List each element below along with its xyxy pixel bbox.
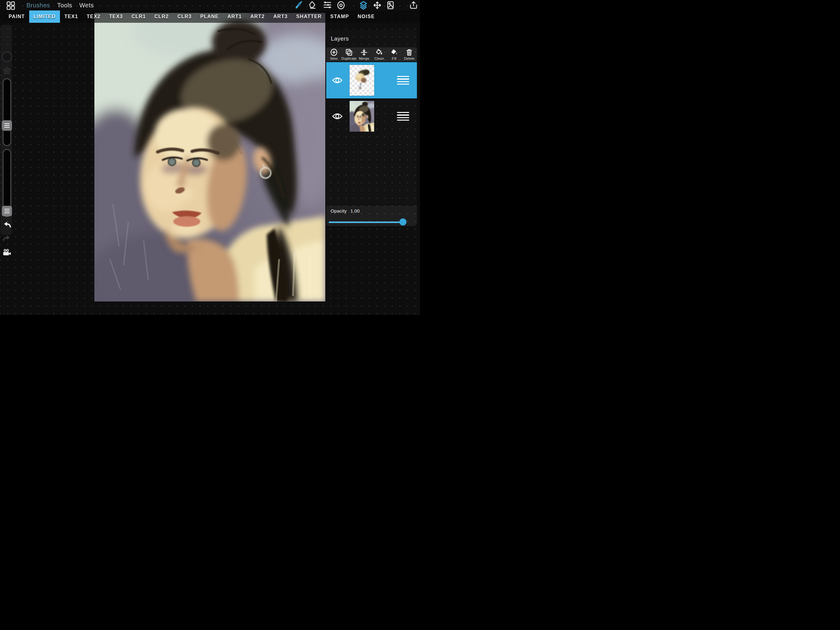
brush-size-slider[interactable] — [3, 78, 11, 146]
brush-opacity-slider-handle[interactable] — [2, 206, 12, 216]
layer-opacity-section: Opacity 1.00 — [326, 205, 417, 226]
sliders-icon[interactable] — [323, 1, 332, 9]
left-tool-rail — [1, 25, 12, 235]
redo-icon[interactable] — [3, 235, 11, 243]
clean-layer-button[interactable]: Clean — [372, 49, 387, 60]
tab-paint[interactable]: PAINT — [4, 11, 29, 23]
top-toolbar: Brushes Tools Wets — [0, 0, 420, 11]
tab-art3[interactable]: ART3 — [269, 11, 292, 23]
tab-tex1[interactable]: TEX1 — [60, 11, 82, 23]
layer-drag-handle[interactable] — [397, 76, 409, 85]
layer-row-top[interactable] — [326, 62, 417, 98]
tab-stamp[interactable]: STAMP — [326, 11, 353, 23]
layers-icon[interactable] — [359, 1, 368, 9]
delete-layer-button[interactable]: Delete — [402, 49, 417, 60]
tab-plane[interactable]: PLANE — [196, 11, 223, 23]
clean-layer-label: Clean — [374, 57, 384, 60]
fill-layer-label: Fill — [392, 57, 396, 60]
mode-menu: Brushes Tools Wets — [27, 0, 94, 11]
color-wheel-flower-icon[interactable] — [2, 66, 12, 76]
brush-category-tabs: PAINT LIMITED TEX1 TEX2 TEX3 CLR1 CLR2 C… — [0, 11, 420, 23]
opacity-label: Opacity — [330, 208, 347, 214]
layer-visibility-eye-icon[interactable] — [332, 76, 343, 84]
tab-shatter[interactable]: SHATTER — [292, 11, 326, 23]
opacity-value: 1.00 — [351, 208, 360, 214]
move-icon[interactable] — [373, 1, 382, 9]
paintbrush-icon[interactable] — [294, 1, 303, 9]
painting-canvas[interactable] — [95, 13, 325, 301]
layer-thumbnail-paint-daub[interactable] — [350, 65, 374, 96]
tab-limited[interactable]: LIMITED — [29, 11, 60, 23]
export-icon[interactable] — [409, 1, 418, 9]
merge-layer-label: Merge — [359, 57, 369, 60]
menu-item-wets[interactable]: Wets — [79, 2, 94, 9]
layer-thumbnail-portrait[interactable] — [350, 101, 374, 131]
layer-visibility-eye-icon[interactable] — [332, 112, 343, 120]
delete-layer-label: Delete — [404, 57, 414, 60]
apps-grid-icon[interactable] — [6, 1, 15, 10]
new-layer-label: New — [330, 57, 338, 60]
eraser-icon[interactable] — [308, 1, 317, 9]
opacity-label-row: Opacity 1.00 — [330, 208, 360, 214]
layer-row-portrait[interactable] — [326, 98, 417, 133]
current-color-swatch[interactable] — [2, 52, 12, 62]
portrait-artwork — [95, 13, 325, 301]
video-camera-icon[interactable] — [3, 249, 11, 256]
brush-size-slider-handle[interactable] — [2, 120, 12, 131]
layer-drag-handle[interactable] — [397, 112, 409, 121]
layers-panel: Layers New Duplicate Merge Clean Fill — [326, 30, 417, 226]
layer-list — [326, 62, 417, 205]
opacity-slider-handle[interactable] — [399, 218, 406, 225]
tab-clr1[interactable]: CLR1 — [127, 11, 150, 23]
duplicate-layer-button[interactable]: Duplicate — [342, 49, 356, 60]
merge-layer-button[interactable]: Merge — [357, 49, 371, 60]
record-circle-icon[interactable] — [337, 1, 345, 9]
menu-item-brushes[interactable]: Brushes — [27, 2, 50, 9]
tab-art1[interactable]: ART1 — [223, 11, 246, 23]
layers-panel-title: Layers — [326, 30, 417, 47]
layers-toolbar: New Duplicate Merge Clean Fill Delete — [326, 47, 417, 62]
tab-tex2[interactable]: TEX2 — [82, 11, 105, 23]
tab-tex3[interactable]: TEX3 — [105, 11, 127, 23]
new-layer-button[interactable]: New — [327, 49, 341, 60]
tab-art2[interactable]: ART2 — [246, 11, 269, 23]
image-icon[interactable] — [386, 1, 395, 9]
app-window: Brushes Tools Wets — [0, 0, 420, 315]
duplicate-layer-label: Duplicate — [341, 57, 357, 60]
fill-layer-button[interactable]: Fill — [387, 49, 401, 60]
tab-clr3[interactable]: CLR3 — [173, 11, 196, 23]
opacity-slider-track[interactable] — [329, 222, 406, 223]
tab-clr2[interactable]: CLR2 — [150, 11, 173, 23]
undo-icon[interactable] — [3, 221, 11, 229]
menu-item-tools[interactable]: Tools — [57, 2, 72, 9]
tab-noise[interactable]: NOISE — [353, 11, 379, 23]
